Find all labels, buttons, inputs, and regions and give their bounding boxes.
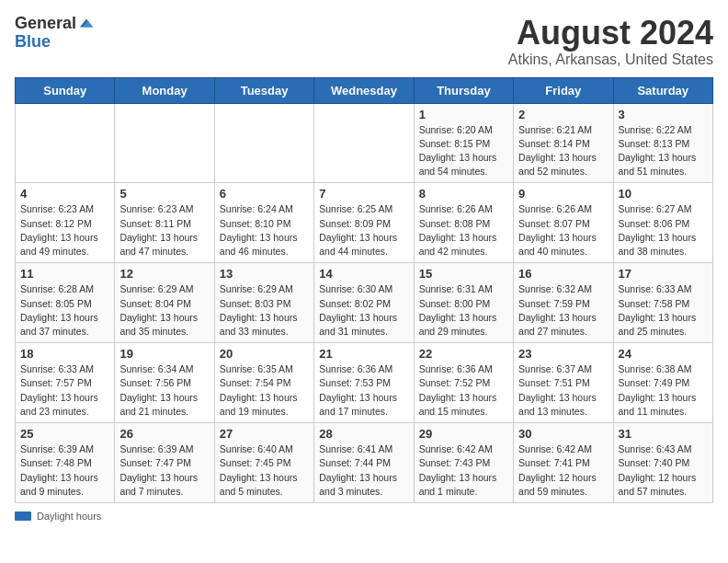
- day-info: Sunrise: 6:42 AMSunset: 7:41 PMDaylight:…: [518, 442, 608, 499]
- day-number: 29: [419, 427, 508, 441]
- calendar-cell: 22Sunrise: 6:36 AMSunset: 7:52 PMDayligh…: [414, 343, 513, 423]
- calendar-footer: Daylight hours: [15, 511, 713, 522]
- day-number: 14: [319, 267, 408, 281]
- week-row-2: 4Sunrise: 6:23 AMSunset: 8:12 PMDaylight…: [16, 183, 713, 263]
- calendar-cell: [214, 103, 313, 183]
- day-info: Sunrise: 6:23 AMSunset: 8:11 PMDaylight:…: [119, 202, 209, 259]
- day-info: Sunrise: 6:38 AMSunset: 7:49 PMDaylight:…: [619, 362, 708, 419]
- day-number: 23: [518, 347, 608, 361]
- day-info: Sunrise: 6:33 AMSunset: 7:58 PMDaylight:…: [619, 282, 708, 339]
- day-number: 12: [119, 267, 209, 281]
- day-number: 28: [319, 427, 408, 441]
- week-row-5: 25Sunrise: 6:39 AMSunset: 7:48 PMDayligh…: [16, 423, 713, 503]
- day-number: 7: [319, 187, 408, 201]
- day-number: 16: [518, 267, 608, 281]
- calendar-cell: 24Sunrise: 6:38 AMSunset: 7:49 PMDayligh…: [613, 343, 712, 423]
- header-day-friday: Friday: [514, 77, 613, 103]
- daylight-label: Daylight hours: [37, 511, 101, 522]
- day-info: Sunrise: 6:41 AMSunset: 7:44 PMDaylight:…: [319, 442, 408, 499]
- title-block: August 2024 Atkins, Arkansas, United Sta…: [508, 15, 713, 68]
- calendar-cell: 6Sunrise: 6:24 AMSunset: 8:10 PMDaylight…: [214, 183, 313, 263]
- calendar-cell: 16Sunrise: 6:32 AMSunset: 7:59 PMDayligh…: [514, 263, 613, 343]
- page-header: General Blue August 2024 Atkins, Arkansa…: [15, 15, 713, 68]
- calendar-cell: [314, 103, 414, 183]
- calendar-cell: 14Sunrise: 6:30 AMSunset: 8:02 PMDayligh…: [314, 263, 414, 343]
- day-info: Sunrise: 6:36 AMSunset: 7:53 PMDaylight:…: [319, 362, 408, 419]
- calendar-cell: 1Sunrise: 6:20 AMSunset: 8:15 PMDaylight…: [414, 103, 513, 183]
- day-info: Sunrise: 6:31 AMSunset: 8:00 PMDaylight:…: [419, 282, 508, 339]
- day-number: 3: [619, 108, 708, 121]
- header-day-monday: Monday: [115, 77, 214, 103]
- day-info: Sunrise: 6:23 AMSunset: 8:12 PMDaylight:…: [20, 202, 109, 259]
- day-info: Sunrise: 6:26 AMSunset: 8:07 PMDaylight:…: [518, 202, 608, 259]
- calendar-cell: 15Sunrise: 6:31 AMSunset: 8:00 PMDayligh…: [414, 263, 513, 343]
- calendar-cell: 21Sunrise: 6:36 AMSunset: 7:53 PMDayligh…: [314, 343, 414, 423]
- calendar-header: SundayMondayTuesdayWednesdayThursdayFrid…: [16, 77, 713, 103]
- day-number: 17: [619, 267, 708, 281]
- day-number: 15: [419, 267, 508, 281]
- day-info: Sunrise: 6:20 AMSunset: 8:15 PMDaylight:…: [419, 123, 508, 179]
- day-number: 24: [619, 347, 708, 361]
- day-info: Sunrise: 6:40 AMSunset: 7:45 PMDaylight:…: [220, 442, 309, 499]
- day-number: 20: [220, 347, 309, 361]
- day-info: Sunrise: 6:29 AMSunset: 8:03 PMDaylight:…: [220, 282, 309, 339]
- day-number: 10: [619, 187, 708, 201]
- day-info: Sunrise: 6:28 AMSunset: 8:05 PMDaylight:…: [20, 282, 109, 339]
- calendar-cell: 13Sunrise: 6:29 AMSunset: 8:03 PMDayligh…: [214, 263, 313, 343]
- page-title: August 2024: [508, 15, 713, 52]
- calendar-cell: 23Sunrise: 6:37 AMSunset: 7:51 PMDayligh…: [514, 343, 613, 423]
- logo-icon: [78, 16, 95, 32]
- calendar-cell: 11Sunrise: 6:28 AMSunset: 8:05 PMDayligh…: [16, 263, 115, 343]
- day-info: Sunrise: 6:22 AMSunset: 8:13 PMDaylight:…: [619, 123, 708, 179]
- day-number: 11: [20, 267, 109, 281]
- day-info: Sunrise: 6:26 AMSunset: 8:08 PMDaylight:…: [419, 202, 508, 259]
- calendar-cell: [16, 103, 115, 183]
- day-info: Sunrise: 6:34 AMSunset: 7:56 PMDaylight:…: [119, 362, 209, 419]
- day-number: 13: [220, 267, 309, 281]
- day-info: Sunrise: 6:30 AMSunset: 8:02 PMDaylight:…: [319, 282, 408, 339]
- calendar-cell: 31Sunrise: 6:43 AMSunset: 7:40 PMDayligh…: [613, 423, 712, 503]
- header-day-saturday: Saturday: [613, 77, 712, 103]
- calendar-body: 1Sunrise: 6:20 AMSunset: 8:15 PMDaylight…: [16, 103, 713, 502]
- calendar-table: SundayMondayTuesdayWednesdayThursdayFrid…: [15, 77, 713, 503]
- logo: General Blue: [15, 15, 95, 52]
- calendar-cell: 5Sunrise: 6:23 AMSunset: 8:11 PMDaylight…: [115, 183, 214, 263]
- day-info: Sunrise: 6:21 AMSunset: 8:14 PMDaylight:…: [518, 123, 608, 179]
- calendar-cell: 2Sunrise: 6:21 AMSunset: 8:14 PMDaylight…: [514, 103, 613, 183]
- header-day-tuesday: Tuesday: [214, 77, 313, 103]
- calendar-cell: 26Sunrise: 6:39 AMSunset: 7:47 PMDayligh…: [115, 423, 214, 503]
- calendar-cell: 29Sunrise: 6:42 AMSunset: 7:43 PMDayligh…: [414, 423, 513, 503]
- day-info: Sunrise: 6:36 AMSunset: 7:52 PMDaylight:…: [419, 362, 508, 419]
- header-day-wednesday: Wednesday: [314, 77, 414, 103]
- day-info: Sunrise: 6:35 AMSunset: 7:54 PMDaylight:…: [220, 362, 309, 419]
- day-number: 21: [319, 347, 408, 361]
- week-row-1: 1Sunrise: 6:20 AMSunset: 8:15 PMDaylight…: [16, 103, 713, 183]
- daylight-bar-icon: [15, 511, 31, 521]
- day-number: 9: [518, 187, 608, 201]
- day-info: Sunrise: 6:39 AMSunset: 7:48 PMDaylight:…: [20, 442, 109, 499]
- header-day-sunday: Sunday: [16, 77, 115, 103]
- day-info: Sunrise: 6:25 AMSunset: 8:09 PMDaylight:…: [319, 202, 408, 259]
- calendar-cell: 19Sunrise: 6:34 AMSunset: 7:56 PMDayligh…: [115, 343, 214, 423]
- day-number: 6: [220, 187, 309, 201]
- day-number: 22: [419, 347, 508, 361]
- calendar-cell: [115, 103, 214, 183]
- day-info: Sunrise: 6:27 AMSunset: 8:06 PMDaylight:…: [619, 202, 708, 259]
- logo-blue-text: Blue: [15, 33, 51, 52]
- calendar-cell: 8Sunrise: 6:26 AMSunset: 8:08 PMDaylight…: [414, 183, 513, 263]
- day-number: 31: [619, 427, 708, 441]
- calendar-cell: 10Sunrise: 6:27 AMSunset: 8:06 PMDayligh…: [613, 183, 712, 263]
- calendar-cell: 17Sunrise: 6:33 AMSunset: 7:58 PMDayligh…: [613, 263, 712, 343]
- calendar-cell: 28Sunrise: 6:41 AMSunset: 7:44 PMDayligh…: [314, 423, 414, 503]
- calendar-cell: 25Sunrise: 6:39 AMSunset: 7:48 PMDayligh…: [16, 423, 115, 503]
- header-day-thursday: Thursday: [414, 77, 513, 103]
- day-info: Sunrise: 6:42 AMSunset: 7:43 PMDaylight:…: [419, 442, 508, 499]
- calendar-cell: 30Sunrise: 6:42 AMSunset: 7:41 PMDayligh…: [514, 423, 613, 503]
- calendar-cell: 18Sunrise: 6:33 AMSunset: 7:57 PMDayligh…: [16, 343, 115, 423]
- calendar-cell: 9Sunrise: 6:26 AMSunset: 8:07 PMDaylight…: [514, 183, 613, 263]
- header-row: SundayMondayTuesdayWednesdayThursdayFrid…: [16, 77, 713, 103]
- calendar-cell: 27Sunrise: 6:40 AMSunset: 7:45 PMDayligh…: [214, 423, 313, 503]
- day-number: 26: [119, 427, 209, 441]
- logo-general-text: General: [15, 15, 76, 33]
- calendar-cell: 4Sunrise: 6:23 AMSunset: 8:12 PMDaylight…: [16, 183, 115, 263]
